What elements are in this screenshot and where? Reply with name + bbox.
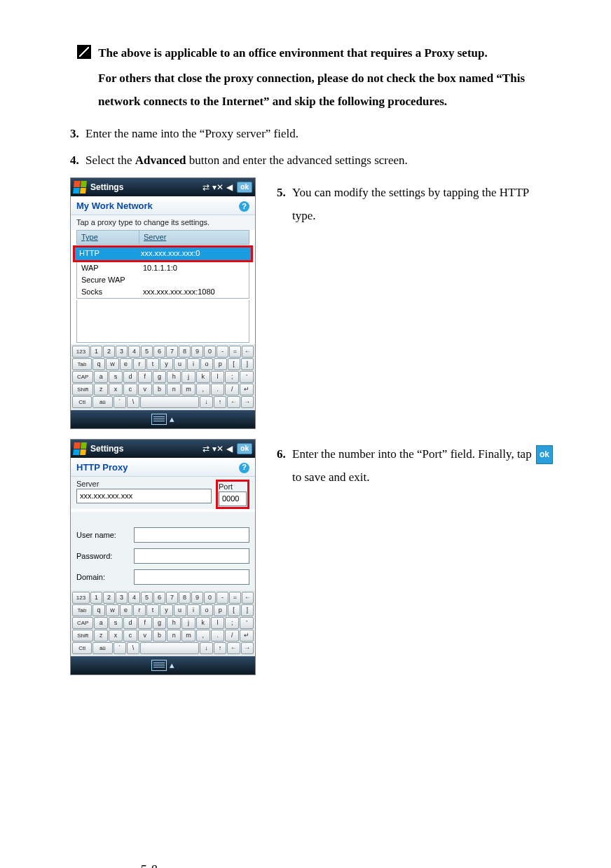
soft-keyboard[interactable]: 1231234567890-=←Tabqwertyuiop[]CAPasdfgh… xyxy=(71,344,255,410)
key[interactable]: p xyxy=(214,358,226,370)
key[interactable]: 2 xyxy=(103,346,115,358)
key[interactable]: r xyxy=(133,604,146,616)
key[interactable]: 6 xyxy=(153,592,165,604)
key[interactable]: Tab xyxy=(72,358,92,370)
key[interactable]: z xyxy=(94,384,108,395)
key[interactable]: 8 xyxy=(179,346,191,358)
key[interactable]: Shift xyxy=(72,384,93,395)
key[interactable]: / xyxy=(225,630,239,642)
key[interactable]: ↓ xyxy=(200,396,212,408)
key[interactable]: a xyxy=(94,617,108,629)
key[interactable]: d xyxy=(123,617,137,629)
key[interactable]: / xyxy=(225,384,239,395)
key[interactable]: CAP xyxy=(72,617,93,629)
key[interactable]: j xyxy=(181,617,195,629)
key[interactable]: r xyxy=(133,358,146,370)
key[interactable]: → xyxy=(241,396,254,408)
key[interactable]: \ xyxy=(127,396,139,408)
key[interactable]: ← xyxy=(227,396,240,408)
key[interactable]: 6 xyxy=(153,346,165,358)
key[interactable]: ↵ xyxy=(240,630,254,642)
key[interactable]: - xyxy=(217,346,228,358)
key[interactable]: s xyxy=(109,371,123,383)
key[interactable]: 1 xyxy=(90,346,102,358)
chevron-up-icon[interactable]: ▴ xyxy=(170,414,174,425)
key[interactable]: m xyxy=(181,630,195,642)
keyboard-icon[interactable] xyxy=(151,414,167,425)
start-icon[interactable] xyxy=(73,181,87,194)
key[interactable]: ← xyxy=(242,346,254,358)
key[interactable]: i xyxy=(187,358,200,370)
key[interactable]: ` xyxy=(114,396,126,408)
key[interactable]: l xyxy=(211,371,225,383)
key[interactable]: áü xyxy=(92,642,112,654)
key[interactable]: f xyxy=(138,371,152,383)
key[interactable]: d xyxy=(123,371,137,383)
col-type[interactable]: Type xyxy=(77,231,139,244)
key[interactable]: m xyxy=(181,384,195,395)
key[interactable]: 9 xyxy=(191,592,203,604)
key[interactable]: CAP xyxy=(72,371,93,383)
key[interactable]: o xyxy=(200,358,213,370)
ok-button[interactable]: ok xyxy=(237,182,252,193)
key[interactable]: , xyxy=(196,630,210,642)
domain-input[interactable] xyxy=(134,569,249,585)
key[interactable]: n xyxy=(167,384,181,395)
key[interactable]: 3 xyxy=(116,346,128,358)
key[interactable]: c xyxy=(123,384,137,395)
key[interactable]: 4 xyxy=(128,592,140,604)
key[interactable]: \ xyxy=(127,642,139,654)
key[interactable]: g xyxy=(153,371,167,383)
key[interactable]: ' xyxy=(240,371,254,383)
key[interactable]: ← xyxy=(227,642,240,654)
key[interactable]: ; xyxy=(225,371,239,383)
start-icon[interactable] xyxy=(73,442,87,455)
chevron-up-icon[interactable]: ▴ xyxy=(170,660,174,671)
key[interactable]: [ xyxy=(228,358,240,370)
soft-keyboard[interactable]: 1231234567890-=←Tabqwertyuiop[]CAPasdfgh… xyxy=(71,590,255,656)
help-icon[interactable]: ? xyxy=(239,201,249,212)
key[interactable]: v xyxy=(138,384,152,395)
key[interactable]: a xyxy=(94,371,108,383)
row-socks[interactable]: Socks xxx.xxx.xxx.xxx:1080 xyxy=(77,286,249,298)
key[interactable]: z xyxy=(94,630,108,642)
key[interactable]: t xyxy=(146,358,159,370)
port-input[interactable]: 0000 xyxy=(219,491,247,506)
key[interactable]: ; xyxy=(225,617,239,629)
key[interactable]: k xyxy=(196,371,210,383)
key[interactable] xyxy=(140,396,199,408)
keyboard-icon[interactable] xyxy=(151,660,167,671)
key[interactable]: 123 xyxy=(72,346,90,358)
key[interactable]: b xyxy=(153,384,167,395)
key[interactable]: = xyxy=(229,346,241,358)
key[interactable]: k xyxy=(196,617,210,629)
row-secure-wap[interactable]: Secure WAP xyxy=(77,274,249,286)
key[interactable]: n xyxy=(167,630,181,642)
key[interactable]: 7 xyxy=(166,592,178,604)
key[interactable]: v xyxy=(138,630,152,642)
key[interactable]: ' xyxy=(240,617,254,629)
key[interactable]: ↑ xyxy=(214,642,226,654)
ok-button[interactable]: ok xyxy=(237,443,252,454)
key[interactable]: ` xyxy=(114,642,126,654)
key[interactable]: b xyxy=(153,630,167,642)
help-icon[interactable]: ? xyxy=(239,463,249,473)
key[interactable]: 0 xyxy=(204,592,216,604)
row-wap[interactable]: WAP 10.1.1.1:0 xyxy=(77,262,249,274)
key[interactable]: 3 xyxy=(116,592,128,604)
key[interactable]: 5 xyxy=(141,592,153,604)
key[interactable]: , xyxy=(196,384,210,395)
key[interactable]: c xyxy=(123,630,137,642)
key[interactable]: 4 xyxy=(128,346,140,358)
username-input[interactable] xyxy=(134,527,249,543)
key[interactable]: ↑ xyxy=(214,396,226,408)
key[interactable]: áü xyxy=(92,396,112,408)
key[interactable]: u xyxy=(174,604,186,616)
key[interactable]: 123 xyxy=(72,592,90,604)
key[interactable]: y xyxy=(160,604,172,616)
key[interactable]: h xyxy=(167,617,181,629)
key[interactable]: [ xyxy=(228,604,240,616)
key[interactable]: → xyxy=(241,642,254,654)
key[interactable]: y xyxy=(160,358,172,370)
key[interactable]: p xyxy=(214,604,226,616)
